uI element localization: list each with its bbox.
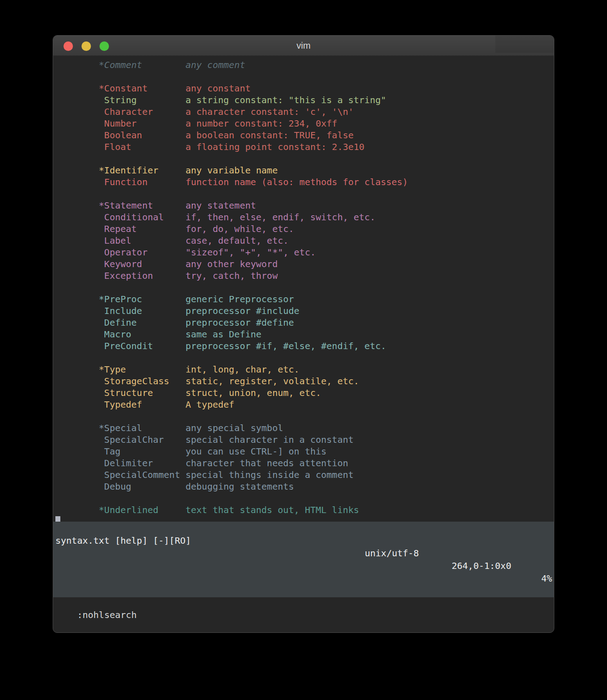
- buffer-line: Repeat for, do, while, etc.: [55, 223, 554, 235]
- buffer-text-segment: Tag you can use CTRL-] on this: [55, 446, 326, 457]
- buffer-line: SpecialChar special character in a const…: [55, 434, 554, 445]
- buffer-line: *Statement any statement: [55, 200, 554, 211]
- buffer-line: Operator "sizeof", "+", "*", etc.: [55, 246, 554, 258]
- buffer-line: Include preprocessor #include: [55, 305, 554, 317]
- buffer-text-segment: Conditional if, then, else, endif, switc…: [55, 212, 375, 223]
- statusline-cursor-position: 264,0-1:0x0: [452, 559, 511, 572]
- terminal-buffer[interactable]: *Comment any comment *Constant any const…: [53, 56, 554, 522]
- buffer-line: Keyword any other keyword: [55, 258, 554, 270]
- buffer-text-segment: Typedef A typedef: [55, 399, 234, 410]
- buffer-text-segment: Keyword any other keyword: [55, 259, 278, 269]
- buffer-line: Define preprocessor #define: [55, 317, 554, 328]
- buffer-text-segment: *Special any special symbol: [55, 423, 283, 433]
- buffer-line: String a string constant: "this is a str…: [55, 94, 554, 106]
- buffer-text-segment: SpecialChar special character in a const…: [55, 434, 353, 445]
- command-line[interactable]: :nohlsearch: [53, 597, 554, 632]
- buffer-text-segment: *Statement any statement: [55, 200, 256, 211]
- statusline-file-info: syntax.txt [help] [-][RO]: [55, 534, 191, 547]
- buffer-line: Float a floating point constant: 2.3e10: [55, 141, 554, 153]
- buffer-text-segment: *Underlined text that stands out, HTML l…: [55, 505, 359, 515]
- buffer-line: [55, 188, 554, 200]
- buffer-line: *Underlined text that stands out, HTML l…: [55, 504, 554, 516]
- buffer-text-segment: Label case, default, etc.: [55, 235, 289, 246]
- buffer-text-segment: SpecialComment special things inside a c…: [55, 469, 353, 480]
- buffer-line: *Special any special symbol: [55, 422, 554, 434]
- vim-window: vim *Comment any comment *Constant any c…: [53, 35, 554, 633]
- buffer-line: PreCondit preprocessor #if, #else, #endi…: [55, 340, 554, 352]
- buffer-text-segment: *Constant any constant: [55, 83, 250, 94]
- buffer-line: SpecialComment special things inside a c…: [55, 469, 554, 481]
- buffer-text-segment: Number a number constant: 234, 0xff: [55, 118, 337, 129]
- buffer-line: StorageClass static, register, volatile,…: [55, 375, 554, 387]
- buffer-line: [55, 153, 554, 164]
- buffer-line: Character a character constant: 'c', '\n…: [55, 106, 554, 118]
- buffer-line: *Constant any constant: [55, 82, 554, 94]
- buffer-text-segment: Debug debugging statements: [55, 481, 294, 492]
- buffer-text-segment: Float a floating point constant: 2.3e10: [55, 141, 364, 152]
- buffer-line: Structure struct, union, enum, etc.: [55, 387, 554, 399]
- buffer-line: *PreProc generic Preprocessor: [55, 293, 554, 305]
- buffer-text-segment: *PreProc generic Preprocessor: [55, 294, 294, 305]
- buffer-text-segment: Define preprocessor #define: [55, 317, 294, 328]
- buffer-line: [55, 71, 554, 82]
- buffer-text-segment: String a string constant: "this is a str…: [55, 95, 386, 105]
- cursor-block: [55, 516, 60, 522]
- buffer-line: Boolean a boolean constant: TRUE, false: [55, 129, 554, 141]
- buffer-line: Label case, default, etc.: [55, 235, 554, 246]
- titlebar[interactable]: vim: [53, 36, 554, 56]
- buffer-line: Debug debugging statements: [55, 481, 554, 492]
- buffer-text-segment: *Type int, long, char, etc.: [55, 364, 299, 375]
- buffer-text-segment: PreCondit preprocessor #if, #else, #endi…: [55, 341, 386, 351]
- buffer-text-segment: Macro same as Define: [55, 329, 262, 340]
- statusline-scroll-percent: 4%: [541, 572, 552, 585]
- buffer-line: [55, 352, 554, 364]
- buffer-line: [55, 516, 554, 522]
- buffer-text-segment: Structure struct, union, enum, etc.: [55, 387, 321, 398]
- buffer-line: Typedef A typedef: [55, 399, 554, 410]
- buffer-text-segment: *Identifier any variable name: [55, 165, 278, 176]
- buffer-text-segment: Exception try, catch, throw: [55, 270, 278, 281]
- statusline: syntax.txt [help] [-][RO] unix/utf-8 264…: [53, 522, 554, 597]
- buffer-text-segment: Boolean a boolean constant: TRUE, false: [55, 130, 353, 141]
- buffer-text-segment: Operator "sizeof", "+", "*", etc.: [55, 247, 316, 258]
- buffer-line: Number a number constant: 234, 0xff: [55, 118, 554, 129]
- buffer-line: Conditional if, then, else, endif, switc…: [55, 211, 554, 223]
- buffer-line: Exception try, catch, throw: [55, 270, 554, 282]
- buffer-text-segment: Include preprocessor #include: [55, 305, 299, 316]
- buffer-line: [55, 492, 554, 504]
- statusline-encoding: unix/utf-8: [365, 547, 419, 559]
- buffer-text-segment: StorageClass static, register, volatile,…: [55, 376, 359, 386]
- buffer-text-segment: Delimiter character that needs attention: [55, 458, 348, 468]
- buffer-text-segment: Character a character constant: 'c', '\n…: [55, 106, 353, 117]
- window-title: vim: [53, 36, 554, 55]
- buffer-text-segment: Repeat for, do, while, etc.: [55, 223, 294, 234]
- buffer-line: *Type int, long, char, etc.: [55, 364, 554, 375]
- buffer-line: Delimiter character that needs attention: [55, 457, 554, 469]
- buffer-line: *Identifier any variable name: [55, 164, 554, 176]
- buffer-text-segment: *Comment any comment: [55, 59, 245, 70]
- buffer-text-segment: Function function name (also: methods fo…: [55, 177, 408, 187]
- buffer-line: [55, 410, 554, 422]
- buffer-line: *Comment any comment: [55, 59, 554, 71]
- buffer-line: Tag you can use CTRL-] on this: [55, 445, 554, 457]
- command-text: :nohlsearch: [77, 609, 136, 620]
- buffer-line: [55, 282, 554, 293]
- buffer-line: Macro same as Define: [55, 328, 554, 340]
- buffer-line: Function function name (also: methods fo…: [55, 176, 554, 188]
